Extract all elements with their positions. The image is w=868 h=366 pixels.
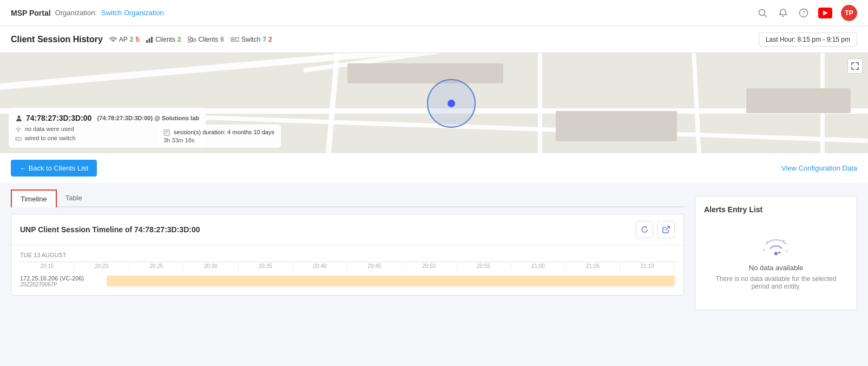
- refresh-button[interactable]: [636, 221, 653, 238]
- ap-up: 2: [130, 36, 134, 43]
- clients-stats-1: Clients 2: [146, 36, 181, 43]
- chart-row-label: 172.25.16.206 (VC-206) JSZ20270067P: [20, 275, 107, 287]
- youtube-icon[interactable]: ▶: [818, 8, 832, 18]
- external-link-button[interactable]: [657, 221, 675, 238]
- sub-header: Client Session History AP 2 5 Clients 2 …: [0, 26, 868, 53]
- bar-fill: [107, 276, 675, 286]
- time-tick: 20:20: [75, 262, 129, 270]
- switch-label: Switch: [241, 36, 260, 43]
- action-bar: ← Back to Clients List View Configuratio…: [0, 153, 868, 183]
- session-duration-overlay: session(s) duration: 4 months 10 days 3h…: [157, 125, 281, 148]
- clients-stats-2: Clients 6: [188, 36, 224, 43]
- time-tick: 20:40: [293, 262, 347, 270]
- map-expand-button[interactable]: [847, 58, 863, 74]
- no-data-sub: There is no data available for the selec…: [709, 275, 843, 290]
- map-location-dot: [448, 100, 455, 107]
- svg-point-21: [16, 139, 17, 140]
- svg-rect-6: [149, 38, 150, 43]
- clients-val-1: 2: [177, 36, 181, 43]
- svg-point-28: [766, 241, 768, 243]
- right-panel: Alerts Entry List No data available Ther…: [695, 183, 857, 310]
- svg-text:?: ?: [802, 10, 805, 16]
- timeline-chart: TUE 13 AUGUST 20:1520:2020:2520:3020:352…: [11, 245, 683, 295]
- switch-small-icon: [15, 136, 22, 141]
- nav-right: ? ▶ TP: [757, 5, 857, 21]
- alerts-empty-state: No data available There is no data avail…: [704, 223, 848, 301]
- tab-bar: Timeline Table: [11, 189, 684, 207]
- svg-point-27: [774, 252, 778, 255]
- session-duration-label: session(s) duration: 4 months 10 days: [163, 129, 274, 136]
- svg-point-22: [18, 139, 19, 140]
- timeline-header: UNP Client Session Timeline of 74:78:27:…: [11, 214, 683, 245]
- tab-table[interactable]: Table: [57, 189, 91, 206]
- time-tick: 20:25: [129, 262, 184, 270]
- help-icon[interactable]: ?: [798, 7, 810, 19]
- svg-point-17: [235, 39, 236, 40]
- person-icon: [15, 115, 23, 122]
- no-data-text: No data available: [749, 264, 803, 272]
- wifi-stat-icon: [109, 36, 117, 43]
- nav-left: MSP Portal Organization: Switch Organiza…: [11, 9, 164, 17]
- chart-bar-area: [107, 273, 675, 289]
- switch-org-link[interactable]: Switch Organization: [101, 9, 164, 17]
- svg-line-26: [666, 226, 669, 230]
- expand-icon: [851, 62, 859, 70]
- svg-rect-9: [188, 40, 191, 42]
- clients-label-1: Clients: [155, 36, 175, 43]
- switch-up: 7: [262, 36, 266, 43]
- page-title: Client Session History: [11, 35, 103, 44]
- time-tick: 21:05: [565, 262, 620, 270]
- time-tick: 20:45: [347, 262, 402, 270]
- bell-icon[interactable]: [777, 7, 789, 19]
- svg-point-29: [783, 240, 785, 241]
- alerts-title: Alerts Entry List: [704, 205, 848, 214]
- msp-portal-label: MSP Portal: [11, 9, 51, 17]
- svg-rect-13: [193, 39, 196, 41]
- view-configuration-link[interactable]: View Configuration Data: [781, 164, 857, 172]
- chart-row: 172.25.16.206 (VC-206) JSZ20270067P: [20, 273, 675, 289]
- ap-label: AP: [119, 36, 128, 43]
- switch-stat-icon: [231, 36, 239, 43]
- ap-down: 5: [136, 36, 140, 43]
- time-tick: 20:15: [20, 262, 75, 270]
- refresh-icon: [641, 226, 648, 233]
- clients-stat-icon-2: [188, 36, 196, 43]
- alerts-card: Alerts Entry List No data available Ther…: [695, 196, 857, 310]
- tab-timeline[interactable]: Timeline: [11, 189, 57, 207]
- switch-stats: Switch 7 2: [231, 36, 272, 43]
- svg-point-16: [233, 39, 234, 40]
- svg-rect-5: [146, 40, 148, 43]
- alerts-wifi-icon: [759, 233, 793, 259]
- timeline-card: UNP Client Session Timeline of 74:78:27:…: [11, 214, 684, 296]
- main-content: Timeline Table UNP Client Session Timeli…: [0, 183, 868, 321]
- search-icon[interactable]: [757, 7, 768, 19]
- time-tick: 20:50: [402, 262, 457, 270]
- switch-down: 2: [268, 36, 272, 43]
- svg-point-32: [786, 250, 787, 251]
- svg-point-15: [232, 39, 233, 40]
- time-tick: 21:10: [620, 262, 675, 270]
- svg-line-1: [765, 15, 767, 17]
- sub-header-left: Client Session History AP 2 5 Clients 2 …: [11, 35, 272, 44]
- svg-point-31: [763, 249, 764, 250]
- clients-stat-icon-1: [146, 36, 153, 43]
- top-navigation: MSP Portal Organization: Switch Organiza…: [0, 0, 868, 26]
- user-avatar[interactable]: TP: [841, 5, 857, 21]
- timeline-title: UNP Client Session Timeline of 74:78:27:…: [20, 225, 200, 234]
- time-tick: 20:55: [457, 262, 511, 270]
- org-label: Organization:: [55, 9, 97, 17]
- svg-point-19: [18, 130, 19, 132]
- back-to-clients-button[interactable]: ← Back to Clients List: [11, 160, 97, 177]
- time-range-display: Last Hour: 8:15 pm - 9:15 pm: [759, 32, 857, 47]
- svg-rect-23: [164, 130, 169, 135]
- timeline-actions: [636, 221, 675, 238]
- ap-stats: AP 2 5: [109, 36, 139, 43]
- time-tick: 21:00: [511, 262, 565, 270]
- time-axis: 20:1520:2020:2520:3020:3520:4020:4520:50…: [20, 262, 675, 270]
- wifi-small-icon: [15, 127, 22, 132]
- external-link-icon: [662, 226, 670, 233]
- map-container: 74:78:27:3D:3D:00 (74:78:27:3D:3D:00) @ …: [0, 53, 868, 153]
- svg-point-18: [18, 115, 21, 118]
- time-tick: 20:30: [183, 262, 238, 270]
- clients-val-2: 6: [220, 36, 224, 43]
